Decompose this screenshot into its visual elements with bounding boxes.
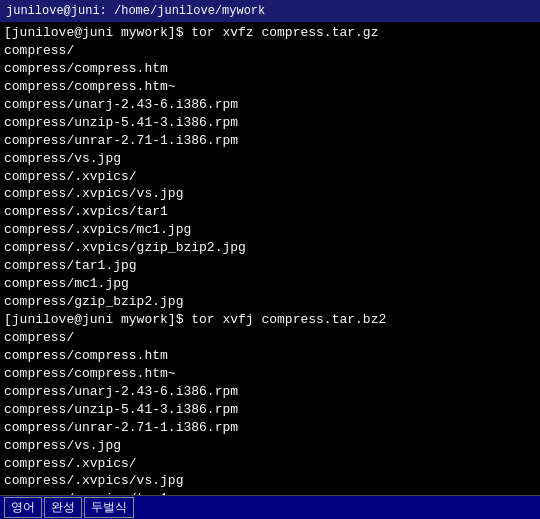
terminal-line: compress/unrar-2.71-1.i386.rpm bbox=[4, 419, 536, 437]
status-item: 두벌식 bbox=[84, 497, 134, 518]
terminal-line: compress/unarj-2.43-6.i386.rpm bbox=[4, 383, 536, 401]
terminal-line: compress/.xvpics/vs.jpg bbox=[4, 185, 536, 203]
status-item: 영어 bbox=[4, 497, 42, 518]
terminal-line: compress/gzip_bzip2.jpg bbox=[4, 293, 536, 311]
terminal-line: [junilove@juni mywork]$ tor xvfz compres… bbox=[4, 24, 536, 42]
terminal-line: compress/ bbox=[4, 42, 536, 60]
title-bar: junilove@juni: /home/junilove/mywork bbox=[0, 0, 540, 22]
terminal[interactable]: [junilove@juni mywork]$ tor xvfz compres… bbox=[0, 22, 540, 495]
terminal-line: compress/compress.htm bbox=[4, 347, 536, 365]
terminal-line: compress/ bbox=[4, 329, 536, 347]
title-text: junilove@juni: /home/junilove/mywork bbox=[6, 4, 265, 18]
status-bar: 영어완성두벌식 bbox=[0, 495, 540, 519]
terminal-line: compress/unzip-5.41-3.i386.rpm bbox=[4, 401, 536, 419]
terminal-line: compress/.xvpics/ bbox=[4, 455, 536, 473]
terminal-line: compress/.xvpics/ bbox=[4, 168, 536, 186]
terminal-line: compress/tar1.jpg bbox=[4, 257, 536, 275]
terminal-line: compress/.xvpics/gzip_bzip2.jpg bbox=[4, 239, 536, 257]
terminal-line: compress/unrar-2.71-1.i386.rpm bbox=[4, 132, 536, 150]
terminal-line: compress/unarj-2.43-6.i386.rpm bbox=[4, 96, 536, 114]
terminal-line: compress/.xvpics/tar1 bbox=[4, 203, 536, 221]
terminal-line: compress/compress.htm~ bbox=[4, 78, 536, 96]
terminal-line: compress/compress.htm bbox=[4, 60, 536, 78]
terminal-line: compress/unzip-5.41-3.i386.rpm bbox=[4, 114, 536, 132]
terminal-line: [junilove@juni mywork]$ tor xvfj compres… bbox=[4, 311, 536, 329]
terminal-line: compress/.xvpics/mc1.jpg bbox=[4, 221, 536, 239]
terminal-line: compress/compress.htm~ bbox=[4, 365, 536, 383]
terminal-line: compress/vs.jpg bbox=[4, 150, 536, 168]
status-item: 완성 bbox=[44, 497, 82, 518]
terminal-line: compress/vs.jpg bbox=[4, 437, 536, 455]
terminal-line: compress/.xvpics/vs.jpg bbox=[4, 472, 536, 490]
terminal-line: compress/mc1.jpg bbox=[4, 275, 536, 293]
